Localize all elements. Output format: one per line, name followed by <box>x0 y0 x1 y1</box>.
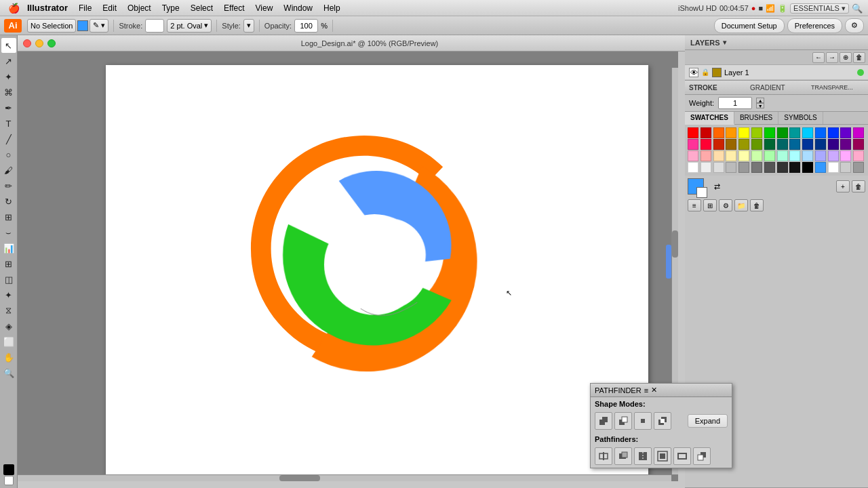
gradient-tab[interactable]: GRADIENT <box>746 81 807 94</box>
search-icon[interactable]: 🔍 <box>852 3 863 14</box>
layer-lock-btn[interactable]: 🔒 <box>701 68 709 76</box>
swatch-cell[interactable] <box>828 127 839 138</box>
fill-options-btn[interactable]: ✎ ▾ <box>90 19 108 33</box>
stroke-weight-input[interactable] <box>718 97 752 109</box>
swatch-cell[interactable] <box>802 139 813 150</box>
pathfinder-menu-icon[interactable]: ≡ <box>644 386 648 394</box>
swatch-cell[interactable] <box>815 139 826 150</box>
layers-collapse-btn[interactable]: ▾ <box>723 39 726 46</box>
swatch-cell[interactable] <box>688 127 698 138</box>
swatch-cell[interactable] <box>815 162 826 173</box>
pathfinder-header[interactable]: PATHFINDER ≡ ✕ <box>591 384 732 397</box>
swatch-cell[interactable] <box>688 150 698 161</box>
swatch-cell[interactable] <box>713 162 724 173</box>
paintbrush-tool[interactable]: 🖌 <box>1 163 16 178</box>
minimize-btn[interactable] <box>35 39 43 47</box>
swatch-cell[interactable] <box>764 139 775 150</box>
minus-front-btn[interactable] <box>614 412 632 430</box>
menu-effect[interactable]: Effect <box>218 0 250 16</box>
swatch-cell[interactable] <box>764 127 775 138</box>
artboard-tool[interactable]: ⬜ <box>1 334 16 349</box>
style-dropdown-btn[interactable]: ▾ <box>243 19 254 33</box>
menu-type[interactable]: Type <box>157 0 185 16</box>
tray-icon-record[interactable]: ● <box>751 4 756 12</box>
show-swatch-kinds-btn[interactable]: ⊞ <box>703 199 717 211</box>
stroke-value-input[interactable] <box>145 19 164 33</box>
stroke-white-swatch[interactable] <box>4 476 14 485</box>
rotate-tool[interactable]: ↻ <box>1 194 16 209</box>
swatch-cell[interactable] <box>701 162 711 173</box>
pencil-tool[interactable]: ✏ <box>1 178 16 193</box>
swatch-cell[interactable] <box>713 150 724 161</box>
artboard-container[interactable]: ↖ <box>18 52 678 481</box>
minus-back-btn[interactable] <box>693 447 711 465</box>
ellipse-tool[interactable]: ○ <box>1 147 16 162</box>
document-setup-btn[interactable]: Document Setup <box>714 18 785 33</box>
blend-tool[interactable]: ⧖ <box>1 303 16 318</box>
swatch-cell[interactable] <box>738 162 749 173</box>
expand-btn[interactable]: Expand <box>688 414 728 428</box>
menu-object[interactable]: Object <box>122 0 157 16</box>
swatch-cell[interactable] <box>726 150 736 161</box>
vertical-scrollbar-thumb[interactable] <box>672 230 678 258</box>
swatch-cell[interactable] <box>738 139 749 150</box>
swatch-cell[interactable] <box>815 127 826 138</box>
swatch-cell[interactable] <box>751 127 762 138</box>
new-color-group-btn[interactable]: 📁 <box>734 199 748 211</box>
delete-swatch-btn2[interactable]: 🗑 <box>750 199 764 211</box>
horizontal-scrollbar-thumb[interactable] <box>279 475 320 481</box>
magic-wand-tool[interactable]: ✦ <box>1 69 16 84</box>
fill-black-swatch[interactable] <box>3 464 14 475</box>
swatch-cell[interactable] <box>701 127 711 138</box>
swatch-cell[interactable] <box>802 127 813 138</box>
exclude-btn[interactable] <box>654 412 671 430</box>
swatch-cell[interactable] <box>701 139 711 150</box>
fill-color-swatch[interactable] <box>77 20 88 31</box>
direct-select-tool[interactable]: ↗ <box>1 54 16 68</box>
swatch-cell[interactable] <box>853 150 864 161</box>
arrange-btn[interactable]: ⚙ <box>845 18 864 33</box>
symbol-tool[interactable]: ◈ <box>1 319 16 333</box>
stroke-weight-spinner[interactable]: ▲ ▼ <box>756 98 764 108</box>
swatch-options-btn[interactable]: ⚙ <box>719 199 732 211</box>
swatch-cell[interactable] <box>726 162 736 173</box>
swatch-cell[interactable] <box>777 150 788 161</box>
swatch-cell[interactable] <box>713 127 724 138</box>
horizontal-scrollbar[interactable] <box>18 474 671 481</box>
swatch-cell[interactable] <box>713 139 724 150</box>
line-tool[interactable]: ╱ <box>1 131 16 146</box>
layers-delete-btn[interactable]: 🗑 <box>853 52 865 63</box>
swatch-cell[interactable] <box>688 162 698 173</box>
hand-tool[interactable]: ✋ <box>1 350 16 365</box>
swatch-cell[interactable] <box>777 139 788 150</box>
intersect-btn[interactable] <box>634 412 652 430</box>
divide-btn[interactable] <box>595 447 612 465</box>
swatch-cell[interactable] <box>789 162 800 173</box>
swatch-cell[interactable] <box>840 127 851 138</box>
menu-view[interactable]: View <box>250 0 279 16</box>
layer-1-row[interactable]: 👁 🔒 Layer 1 <box>685 65 868 80</box>
stroke-weight-down[interactable]: ▼ <box>756 103 764 108</box>
swatch-cell[interactable] <box>828 150 839 161</box>
swatch-cell[interactable] <box>764 150 775 161</box>
new-swatch-btn[interactable]: + <box>836 180 850 192</box>
foreground-color-box[interactable] <box>688 178 704 195</box>
select-tool[interactable]: ↖ <box>1 38 16 53</box>
swatch-cell[interactable] <box>789 127 800 138</box>
swatch-cell[interactable] <box>828 139 839 150</box>
swatch-cell[interactable] <box>789 150 800 161</box>
selection-mode-btn[interactable]: No Selection <box>27 19 76 33</box>
menu-select[interactable]: Select <box>185 0 218 16</box>
close-btn[interactable] <box>23 39 31 47</box>
pen-tool[interactable]: ✒ <box>1 100 16 115</box>
swatch-cell[interactable] <box>777 127 788 138</box>
swatch-cell[interactable] <box>701 150 711 161</box>
swatch-cell[interactable] <box>802 150 813 161</box>
crop-btn[interactable] <box>654 447 671 465</box>
swatch-cell[interactable] <box>840 139 851 150</box>
tray-icon-stop[interactable]: ■ <box>758 4 763 12</box>
merge-btn[interactable] <box>634 447 652 465</box>
warp-tool[interactable]: ⌣ <box>1 225 16 240</box>
swatch-cell[interactable] <box>777 162 788 173</box>
layers-new-layer-btn[interactable]: ← <box>812 52 825 63</box>
